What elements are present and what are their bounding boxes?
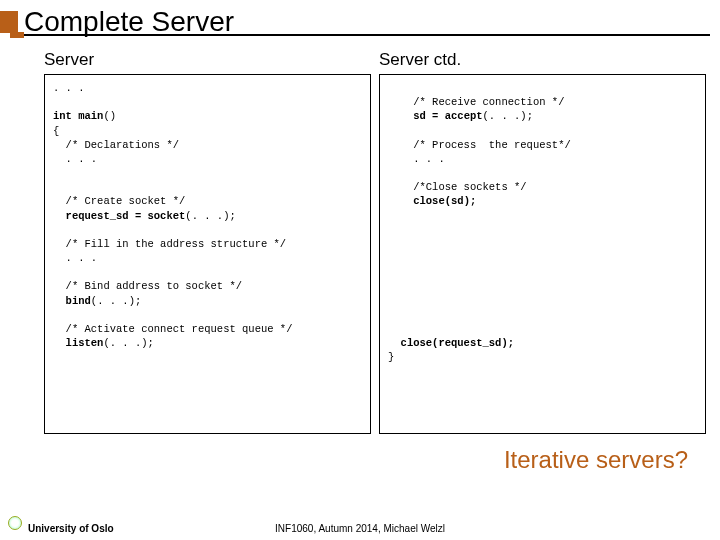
columns: Server . . . int main() { /* Declaration…	[0, 38, 720, 434]
title-bar: Complete Server	[0, 0, 720, 38]
footer: University of Oslo INF1060, Autumn 2014,…	[0, 523, 720, 534]
university-seal-icon	[8, 516, 22, 530]
left-column: Server . . . int main() { /* Declaration…	[44, 50, 371, 434]
slide: Complete Server Server . . . int main() …	[0, 0, 720, 540]
right-column: Server ctd. /* Receive connection */ sd …	[379, 50, 706, 434]
footer-university: University of Oslo	[28, 523, 114, 534]
left-code: . . . int main() { /* Declarations */ . …	[53, 82, 292, 349]
left-heading: Server	[44, 50, 371, 70]
title-divider-icon	[10, 34, 710, 36]
sub-question: Iterative servers?	[0, 446, 720, 474]
footer-course: INF1060, Autumn 2014, Michael Welzl	[275, 523, 445, 534]
right-code: /* Receive connection */ sd = accept(. .…	[388, 96, 571, 363]
left-code-box: . . . int main() { /* Declarations */ . …	[44, 74, 371, 434]
right-heading: Server ctd.	[379, 50, 706, 70]
right-code-box: /* Receive connection */ sd = accept(. .…	[379, 74, 706, 434]
title-marker-icon	[0, 11, 18, 33]
